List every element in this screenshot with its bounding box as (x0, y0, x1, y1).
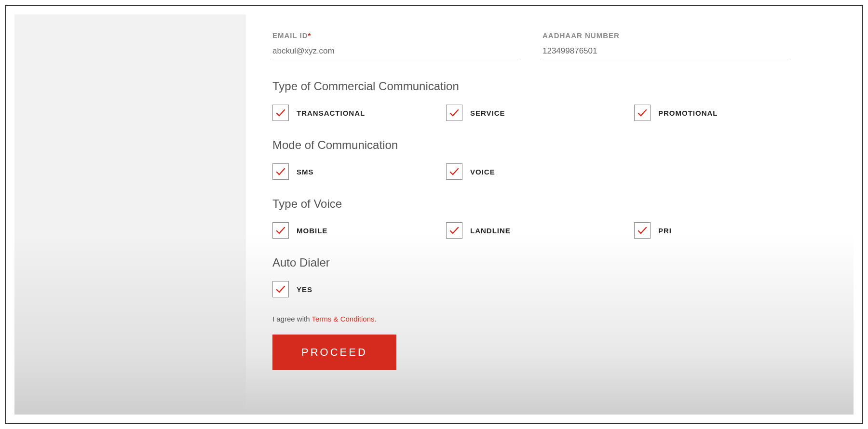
section-heading-commercial: Type of Commercial Communication (272, 80, 839, 93)
check-icon (448, 107, 460, 119)
check-icon (275, 225, 286, 236)
checkbox-transactional[interactable] (272, 105, 289, 121)
checkbox-label-voice: VOICE (470, 168, 495, 176)
aadhaar-label: AADHAAR NUMBER (542, 31, 788, 40)
checkbox-pri[interactable] (634, 222, 651, 239)
checkbox-item-service: SERVICE (446, 105, 634, 121)
check-icon (275, 283, 286, 295)
check-icon (448, 225, 460, 236)
proceed-button[interactable]: PROCEED (272, 335, 396, 370)
check-icon (448, 166, 460, 177)
checkbox-label-service: SERVICE (470, 109, 505, 117)
check-icon (637, 107, 648, 119)
checkbox-label-landline: LANDLINE (470, 227, 511, 235)
checkbox-label-yes: YES (297, 285, 312, 294)
check-icon (637, 225, 648, 236)
email-field-group: EMAIL ID* abckul@xyz.com (272, 31, 518, 60)
checkbox-label-pri: PRI (658, 227, 672, 235)
checkbox-item-landline: LANDLINE (446, 222, 634, 239)
check-icon (275, 166, 286, 177)
section-heading-voice-type: Type of Voice (272, 197, 839, 211)
checkbox-row-commercial: TRANSACTIONAL SERVICE PROMOTIONAL (272, 105, 839, 121)
check-icon (275, 107, 286, 119)
checkbox-item-pri: PRI (634, 222, 839, 239)
checkbox-landline[interactable] (446, 222, 462, 239)
section-heading-auto-dialer: Auto Dialer (272, 256, 839, 269)
email-label-text: EMAIL ID (272, 31, 308, 40)
checkbox-item-promotional: PROMOTIONAL (634, 105, 839, 121)
checkbox-voice[interactable] (446, 163, 462, 180)
checkbox-promotional[interactable] (634, 105, 651, 121)
agree-prefix: I agree with (272, 315, 312, 323)
aadhaar-field-group: AADHAAR NUMBER 123499876501 (542, 31, 788, 60)
checkbox-label-promotional: PROMOTIONAL (658, 109, 718, 117)
checkbox-sms[interactable] (272, 163, 289, 180)
checkbox-yes[interactable] (272, 281, 289, 297)
checkbox-item-transactional: TRANSACTIONAL (272, 105, 446, 121)
checkbox-item-mobile: MOBILE (272, 222, 446, 239)
checkbox-service[interactable] (446, 105, 462, 121)
required-star: * (308, 31, 312, 40)
sidebar-placeholder (14, 14, 246, 415)
checkbox-label-sms: SMS (297, 168, 314, 176)
form-main: EMAIL ID* abckul@xyz.com AADHAAR NUMBER … (246, 14, 854, 415)
document-frame: EMAIL ID* abckul@xyz.com AADHAAR NUMBER … (5, 5, 863, 424)
email-input[interactable]: abckul@xyz.com (272, 46, 518, 60)
field-row: EMAIL ID* abckul@xyz.com AADHAAR NUMBER … (272, 31, 839, 60)
checkbox-row-mode: SMS VOICE (272, 163, 839, 180)
terms-link[interactable]: Terms & Conditions. (312, 315, 376, 323)
email-label: EMAIL ID* (272, 31, 518, 40)
aadhaar-input[interactable]: 123499876501 (542, 46, 788, 60)
checkbox-row-voice-type: MOBILE LANDLINE PRI (272, 222, 839, 239)
checkbox-item-yes: YES (272, 281, 446, 297)
section-heading-mode: Mode of Communication (272, 138, 839, 152)
agree-line: I agree with Terms & Conditions. (272, 315, 839, 323)
checkbox-row-auto-dialer: YES (272, 281, 839, 297)
checkbox-label-mobile: MOBILE (297, 227, 327, 235)
checkbox-mobile[interactable] (272, 222, 289, 239)
checkbox-item-voice: VOICE (446, 163, 634, 180)
checkbox-label-transactional: TRANSACTIONAL (297, 109, 365, 117)
checkbox-item-sms: SMS (272, 163, 446, 180)
content-area: EMAIL ID* abckul@xyz.com AADHAAR NUMBER … (14, 14, 854, 415)
